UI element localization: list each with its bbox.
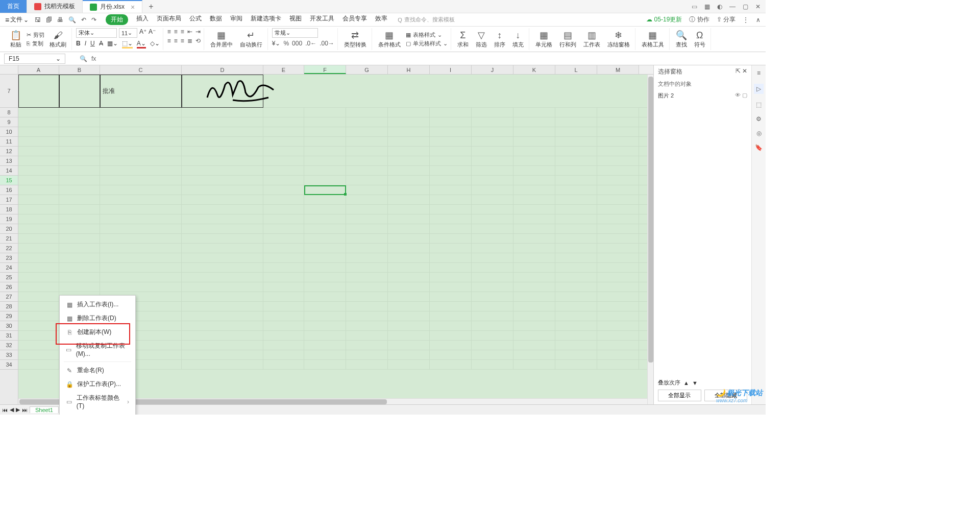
cell[interactable] [263,185,304,195]
cell[interactable] [472,214,513,224]
row-header[interactable]: 23 [0,253,18,263]
cell[interactable] [388,282,430,292]
pane-pin-icon[interactable]: ⇱ [736,67,741,75]
apps-icon[interactable]: ▦ [704,3,710,10]
cell[interactable] [472,302,513,311]
orient-icon[interactable]: ⟲ [195,37,201,44]
cell[interactable] [100,176,182,185]
cell[interactable] [472,195,513,204]
cell[interactable] [59,147,100,156]
cell[interactable] [430,137,472,146]
side-select-icon[interactable]: ⬚ [756,101,762,108]
cell[interactable] [182,147,263,156]
cell[interactable] [472,117,513,127]
cell[interactable] [263,117,304,127]
strike-icon[interactable]: A̶ [99,40,103,49]
cell[interactable] [59,273,100,282]
clear-icon[interactable]: ◇⌄ [150,40,160,49]
cell[interactable] [304,176,346,185]
cell[interactable] [100,108,182,117]
cell[interactable] [555,108,597,117]
cell[interactable] [430,253,472,262]
cell[interactable] [18,244,59,253]
cell[interactable] [430,176,472,185]
cell[interactable] [472,360,513,369]
cell[interactable] [388,185,430,195]
cell[interactable] [597,273,639,282]
cell[interactable] [472,234,513,243]
cell[interactable] [597,108,639,117]
cell[interactable] [388,321,430,330]
align-left-icon[interactable]: ≡ [167,37,171,44]
cell[interactable] [100,127,182,136]
vertical-scrollbar[interactable] [647,75,653,404]
cell[interactable] [430,273,472,282]
cell[interactable] [555,214,597,224]
cell[interactable] [304,302,346,311]
sum-button[interactable]: Σ求和 [455,30,471,49]
cell[interactable] [100,282,182,292]
cell[interactable] [430,244,472,253]
row-header[interactable]: 12 [0,147,18,156]
cut-button[interactable]: ✂ 剪切 [27,31,44,39]
cell[interactable] [388,360,430,369]
col-header-H[interactable]: H [388,65,430,74]
row-header[interactable]: 18 [0,205,18,214]
cell[interactable] [513,263,555,272]
cell[interactable] [304,166,346,175]
cell[interactable] [18,253,59,262]
cell[interactable] [100,137,182,146]
cell[interactable] [182,205,263,214]
cell[interactable] [430,292,472,301]
align-mid-icon[interactable]: ≡ [174,28,178,35]
cell[interactable] [555,263,597,272]
cell[interactable] [597,341,639,350]
close-icon[interactable]: × [131,3,135,11]
italic-icon[interactable]: I [85,40,86,49]
col-header-M[interactable]: M [597,65,639,74]
cell[interactable] [100,214,182,224]
cell[interactable] [597,350,639,359]
cell[interactable] [513,137,555,146]
underline-icon[interactable]: U [90,40,95,49]
close-button[interactable]: ✕ [755,3,761,10]
cell[interactable] [513,214,555,224]
cell[interactable] [472,350,513,359]
tab-pagelayout[interactable]: 页面布局 [157,14,181,25]
cell[interactable] [430,350,472,359]
cell[interactable] [472,311,513,321]
cell[interactable] [182,224,263,233]
tab-vip[interactable]: 会员专享 [342,14,367,25]
wrap-button[interactable]: ↵自动换行 [238,30,264,49]
cell[interactable] [388,244,430,253]
cell[interactable] [304,331,346,340]
cell[interactable] [263,302,304,311]
cell[interactable] [263,350,304,359]
cell[interactable] [555,282,597,292]
cell[interactable] [100,234,182,243]
cell[interactable] [182,176,263,185]
cell[interactable] [346,253,388,262]
cell[interactable] [472,147,513,156]
saveas-icon[interactable]: 🗐 [46,16,52,23]
col-header-C[interactable]: C [100,65,182,74]
cell[interactable] [555,195,597,204]
col-header-L[interactable]: L [555,65,597,74]
cell[interactable] [100,117,182,127]
cell[interactable] [388,224,430,233]
cell[interactable] [472,253,513,262]
cell[interactable] [597,127,639,136]
cell[interactable] [388,273,430,282]
new-tab-button[interactable]: + [142,2,159,11]
fillcolor-icon[interactable]: ⬚⌄ [122,40,133,49]
cell[interactable] [346,224,388,233]
cell[interactable] [388,302,430,311]
cell[interactable] [304,108,346,117]
cell[interactable] [18,350,59,359]
cell[interactable] [513,341,555,350]
row-header[interactable]: 13 [0,156,18,166]
tab-data[interactable]: 数据 [210,14,222,25]
cell[interactable] [182,350,263,359]
cell[interactable] [263,166,304,175]
comma-icon[interactable]: 000 [292,40,302,47]
